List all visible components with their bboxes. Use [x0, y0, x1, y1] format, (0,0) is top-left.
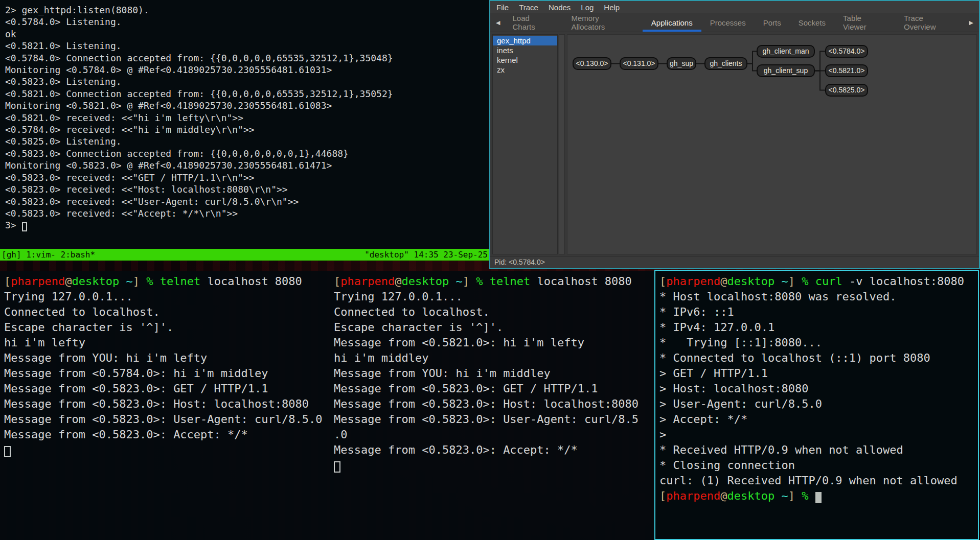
process-node-p5821[interactable]: <0.5821.0> — [825, 64, 868, 77]
terminal-line: <0.5825.0> Listening. — [5, 135, 494, 147]
process-node-n131[interactable]: <0.131.0> — [620, 57, 658, 70]
app-list-item-zx[interactable]: zx — [493, 65, 557, 75]
terminal-text: pharpend — [340, 275, 395, 288]
terminal-line: Message from <0.5823.0>: User-Agent: cur… — [334, 412, 657, 427]
terminal-text — [808, 275, 815, 288]
menu-file[interactable]: File — [496, 3, 509, 12]
process-node-p5784[interactable]: <0.5784.0> — [825, 45, 868, 58]
terminal-line: <0.5823.0> received: <<"Host: localhost:… — [5, 183, 494, 195]
tab-processes[interactable]: Processes — [701, 13, 755, 32]
tmux-status-bar: [gh] 1:vim- 2:bash* "desktop" 14:35 23-S… — [0, 249, 489, 261]
terminal-text: % — [476, 275, 483, 288]
terminal-text: pharpend — [666, 275, 720, 288]
cursor-solid — [815, 492, 822, 503]
terminal-text: [ — [4, 275, 11, 288]
desktop: 2> gex_httpd:listen(8080).<0.5784.0> Lis… — [0, 0, 980, 540]
terminal-line — [4, 442, 330, 458]
tab-table-viewer[interactable]: Table Viewer — [834, 13, 895, 32]
terminal-line: Message from <0.5823.0>: User-Agent: cur… — [4, 412, 330, 427]
terminal-text: localhost 8080 — [530, 275, 632, 288]
erlang-shell-terminal[interactable]: 2> gex_httpd:listen(8080).<0.5784.0> Lis… — [0, 0, 499, 257]
terminal-line: Monitoring <0.5821.0> @ #Ref<0.418902573… — [5, 100, 494, 111]
tab-ports[interactable]: Ports — [755, 13, 790, 32]
process-node-gh-clients[interactable]: gh_clients — [704, 57, 747, 70]
app-list-item-kernel[interactable]: kernel — [493, 55, 557, 65]
terminal-text: ~ — [774, 489, 788, 502]
menu-trace[interactable]: Trace — [519, 3, 538, 12]
terminal-line: * Host localhost:8080 was resolved. — [659, 289, 974, 304]
terminal-text: localhost 8080 — [200, 275, 302, 288]
terminal-line: Message from <0.5823.0>: Host: localhost… — [4, 396, 330, 412]
terminal-text: telnet — [160, 275, 200, 288]
tab-load-charts[interactable]: Load Charts — [504, 13, 562, 32]
cursor-hollow — [334, 461, 340, 473]
tabs-scroll-left-icon[interactable]: ◀ — [492, 19, 504, 26]
terminal-line: hi i'm middley — [334, 350, 657, 366]
terminal-text: @ — [395, 275, 401, 288]
terminal-text — [483, 275, 489, 288]
terminal-text: [ — [659, 275, 666, 288]
terminal-line: [pharpend@desktop ~] % telnet localhost … — [334, 274, 657, 289]
tabs-scroll-right-icon[interactable]: ▶ — [966, 19, 977, 26]
terminal-line: * Closing connection — [659, 458, 974, 473]
terminal-line: > Host: localhost:8080 — [659, 381, 974, 396]
tab-applications[interactable]: Applications — [643, 13, 701, 32]
terminal-text: desktop — [727, 489, 774, 502]
terminal-line: Escape character is '^]'. — [334, 320, 657, 335]
process-node-p5825[interactable]: <0.5825.0> — [825, 84, 868, 97]
terminal-text: pharpend — [11, 275, 65, 288]
menu-nodes[interactable]: Nodes — [549, 3, 571, 12]
terminal-line: <0.5821.0> Connection accepted from: {{0… — [5, 88, 494, 100]
terminal-line: Message from YOU: hi i'm lefty — [4, 350, 330, 366]
terminal-line: [pharpend@desktop ~] % — [659, 488, 974, 504]
observer-body: gex_httpdinetskernelzx <0.130.0><0.131.0… — [490, 32, 979, 256]
curl-terminal[interactable]: [pharpend@desktop ~] % curl -v localhost… — [654, 270, 979, 540]
terminal-text: ] — [133, 275, 140, 288]
terminal-line: * Connected to localhost (::1) port 8080 — [659, 350, 974, 366]
terminal-line: <0.5823.0> received: <<"GET / HTTP/1.1\r… — [5, 172, 494, 183]
terminal-text: ] — [788, 489, 795, 502]
process-node-n130[interactable]: <0.130.0> — [573, 57, 611, 70]
terminal-line: 2> gex_httpd:listen(8080). — [5, 4, 494, 16]
terminal-line: Message from <0.5823.0>: GET / HTTP/1.1 — [4, 381, 330, 396]
tmux-session-windows-label[interactable]: [gh] 1:vim- 2:bash* — [2, 249, 95, 261]
terminal-line: hi i'm lefty — [4, 335, 330, 350]
observer-tabbar: ◀ Load ChartsMemory AllocatorsApplicatio… — [490, 13, 979, 32]
terminal-text — [140, 275, 146, 288]
menu-help[interactable]: Help — [604, 3, 620, 12]
terminal-line: <0.5821.0> received: <<"hi i'm lefty\r\n… — [5, 112, 494, 124]
terminal-line: Trying 127.0.0.1... — [4, 289, 330, 304]
terminal-text: @ — [720, 489, 727, 502]
app-list-item-gex-httpd[interactable]: gex_httpd — [493, 36, 557, 45]
terminal-line: Message from <0.5823.0>: Accept: */* — [334, 442, 657, 458]
terminal-line: > User-Agent: curl/8.5.0 — [659, 396, 974, 412]
terminal-line: <0.5784.0> Listening. — [5, 16, 494, 28]
terminal-text: ] — [788, 275, 795, 288]
cursor-hollow — [22, 222, 27, 231]
terminal-line: <0.5821.0> Listening. — [5, 40, 494, 52]
tab-memory-allocators[interactable]: Memory Allocators — [562, 13, 642, 32]
tab-sockets[interactable]: Sockets — [790, 13, 834, 32]
terminal-text: desktop — [401, 275, 449, 288]
tab-trace-overview[interactable]: Trace Overview — [895, 13, 966, 32]
terminal-line: Message from <0.5821.0>: hi i'm lefty — [334, 335, 657, 350]
applications-list-scrollbar[interactable] — [559, 34, 565, 254]
terminal-text: % — [802, 489, 808, 502]
terminal-text: @ — [720, 275, 727, 288]
terminal-line: ok — [5, 28, 494, 40]
terminal-line: Escape character is '^]'. — [4, 320, 330, 335]
terminal-text: curl — [815, 275, 842, 288]
process-node-gh-client-sup[interactable]: gh_client_sup — [757, 64, 815, 77]
process-node-gh-client-man[interactable]: gh_client_man — [757, 45, 815, 58]
terminal-line: * Trying [::1]:8080... — [659, 335, 974, 350]
selected-pid-label: Pid: <0.5784.0> — [494, 258, 545, 266]
telnet-middley-terminal[interactable]: [pharpend@desktop ~] % telnet localhost … — [330, 271, 661, 540]
menu-log[interactable]: Log — [581, 3, 594, 12]
telnet-lefty-terminal[interactable]: [pharpend@desktop ~] % telnet localhost … — [0, 271, 334, 540]
process-node-gh-sup[interactable]: gh_sup — [667, 57, 696, 70]
terminal-line: * IPv6: ::1 — [659, 304, 974, 320]
observer-tabs: Load ChartsMemory AllocatorsApplications… — [504, 13, 965, 32]
terminal-text: @ — [65, 275, 72, 288]
terminal-text — [469, 275, 476, 288]
app-list-item-inets[interactable]: inets — [493, 45, 557, 55]
